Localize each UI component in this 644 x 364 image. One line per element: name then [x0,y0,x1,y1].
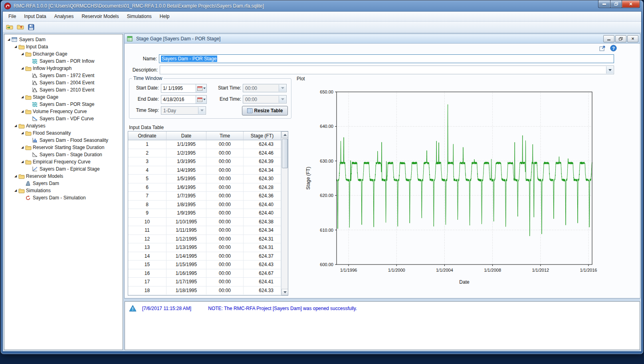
description-dropdown-button[interactable] [606,66,613,74]
stage-cell[interactable]: 624.46 [244,149,281,158]
tree-item-sayers-dam-flood-seasonality[interactable]: Sayers Dam - Flood Seasonality [4,137,123,144]
tree-item-sayers-dam-epirical-stage[interactable]: Sayers Dam - Epirical Stage [4,165,123,173]
save-button[interactable] [26,23,36,32]
stage-cell[interactable]: 624.40 [244,209,281,218]
ordinate-cell[interactable]: 13 [128,243,166,252]
date-cell[interactable]: 1/1/1995 [166,140,206,149]
tree-item-discharge-gage[interactable]: ◢Discharge Gage [4,50,123,58]
column-header-date[interactable]: Date [166,131,206,140]
minimize-button[interactable] [598,0,610,8]
start-date-calendar-button[interactable] [196,84,206,92]
name-input[interactable]: Sayers Dam - POR Stage [159,54,614,63]
table-row[interactable]: 181/18/199500:00624.33 [128,286,281,295]
table-row[interactable]: 151/15/199500:00624.43 [128,261,281,269]
table-row[interactable]: 131/13/199500:00624.31 [128,243,281,252]
end-date-picker[interactable]: 4/18/2016 [161,95,207,104]
date-cell[interactable]: 1/15/1995 [166,261,206,269]
date-cell[interactable]: 1/17/1995 [166,278,206,286]
ordinate-cell[interactable]: 15 [128,261,166,269]
expander-icon[interactable]: ◢ [13,187,18,194]
expander-icon[interactable]: ◢ [6,36,12,43]
time-cell[interactable]: 00:00 [206,192,244,201]
table-row[interactable]: 81/8/199500:00624.40 [128,201,281,209]
ordinate-cell[interactable]: 10 [128,218,166,227]
ordinate-cell[interactable]: 14 [128,252,166,261]
doc-titlebar[interactable]: Stage Gage [Sayers Dam - POR Stage] ✕ [125,34,640,44]
table-row[interactable]: 121/12/199500:00624.31 [128,235,281,244]
stage-cell[interactable]: 624.43 [244,140,281,149]
menu-file[interactable]: File [4,12,20,20]
date-cell[interactable]: 1/6/1995 [166,183,206,192]
time-cell[interactable]: 00:00 [206,243,244,252]
description-input[interactable] [160,66,614,74]
ordinate-cell[interactable]: 8 [128,201,166,209]
expander-icon[interactable]: ◢ [20,144,25,151]
date-cell[interactable]: 1/12/1995 [166,235,206,244]
doc-close-button[interactable]: ✕ [627,35,638,42]
time-cell[interactable]: 00:00 [206,278,244,286]
table-row[interactable]: 11/1/199500:00624.43 [128,140,281,149]
help-button[interactable]: ? [610,45,617,53]
tree-item-sayers-dam-vdf-curve[interactable]: Sayers Dam - VDF Curve [4,115,123,122]
ordinate-cell[interactable]: 12 [128,235,166,244]
table-row[interactable]: 141/14/199500:00624.37 [128,252,281,261]
tree-item-stage-gage[interactable]: ◢Stage Gage [4,93,123,101]
ordinate-cell[interactable]: 2 [128,149,166,158]
restore-button[interactable] [610,0,622,8]
expander-icon[interactable]: ◢ [20,108,25,115]
column-header-ordinate[interactable]: Ordinate [128,131,166,140]
open-project-button[interactable] [5,23,14,32]
tree-item-reservoir-models[interactable]: ◢Reservoir Models [4,173,123,180]
tree-item-input-data[interactable]: ◢Input Data [4,43,123,50]
time-step-input[interactable]: 1-Day [161,106,206,115]
ordinate-cell[interactable]: 11 [128,226,166,235]
stage-cell[interactable]: 624.67 [244,269,281,278]
expander-icon[interactable]: ◢ [13,122,18,129]
time-cell[interactable]: 00:00 [206,201,244,209]
date-cell[interactable]: 1/11/1995 [166,226,206,235]
tree-item-sayers-dam-1972-event[interactable]: Sayers Dam - 1972 Event [4,72,123,79]
time-cell[interactable]: 00:00 [206,157,244,166]
stage-cell[interactable]: 624.34 [244,166,281,175]
time-cell[interactable]: 00:00 [206,183,244,192]
date-cell[interactable]: 1/7/1995 [166,192,206,201]
tree-item-sayers-dam-stage-duration[interactable]: Sayers Dam - Stage Duration [4,151,123,158]
stage-cell[interactable]: 624.37 [244,252,281,261]
expander-icon[interactable]: ◢ [20,50,25,58]
tree-item-sayers-dam-por-stage[interactable]: Sayers Dam - POR Stage [4,101,123,108]
ordinate-cell[interactable]: 1 [128,140,166,149]
tree-item-analyses[interactable]: ◢Analyses [4,122,123,129]
table-row[interactable]: 21/2/199500:00624.46 [128,149,281,158]
import-project-button[interactable] [16,23,25,32]
resize-table-button[interactable]: Resize Table [242,106,288,115]
ordinate-cell[interactable]: 3 [128,157,166,166]
time-cell[interactable]: 00:00 [206,218,244,227]
tree-item-inflow-hydrograph[interactable]: ◢Inflow Hydrograph [4,65,123,72]
menu-input-data[interactable]: Input Data [20,12,50,20]
table-row[interactable]: 101/10/199500:00624.38 [128,218,281,227]
tree-item-reservoir-starting-stage-duration[interactable]: ◢Reservoir Starting Stage Duration [4,144,123,151]
start-date-picker[interactable]: 1/ 1/1995 [161,84,207,93]
time-cell[interactable]: 00:00 [206,209,244,218]
stage-cell[interactable]: 624.31 [244,243,281,252]
tree-item-sayers-dam-por-inflow[interactable]: Sayers Dam - POR Inflow [4,58,123,65]
date-cell[interactable]: 1/5/1995 [166,175,206,183]
date-cell[interactable]: 1/10/1995 [166,218,206,227]
expander-icon[interactable]: ◢ [13,173,18,180]
stage-cell[interactable]: 624.34 [244,226,281,235]
ordinate-cell[interactable]: 18 [128,286,166,295]
menu-analyses[interactable]: Analyses [50,12,78,20]
time-cell[interactable]: 00:00 [206,269,244,278]
time-cell[interactable]: 00:00 [206,226,244,235]
date-cell[interactable]: 1/3/1995 [166,157,206,166]
stage-cell[interactable]: 624.39 [244,157,281,166]
time-cell[interactable]: 00:00 [206,166,244,175]
tree-item-volume-frequency-curve[interactable]: ◢Volume Frequency Curve [4,108,123,115]
stage-cell[interactable]: 624.33 [244,286,281,295]
scrollbar-thumb[interactable] [282,139,288,168]
expander-icon[interactable]: ◢ [20,65,25,72]
time-cell[interactable]: 00:00 [206,286,244,295]
scroll-down-button[interactable] [281,289,288,295]
tree-item-sayers-dam-2010-event[interactable]: Sayers Dam - 2010 Event [4,86,123,93]
expander-icon[interactable]: ◢ [20,129,25,137]
